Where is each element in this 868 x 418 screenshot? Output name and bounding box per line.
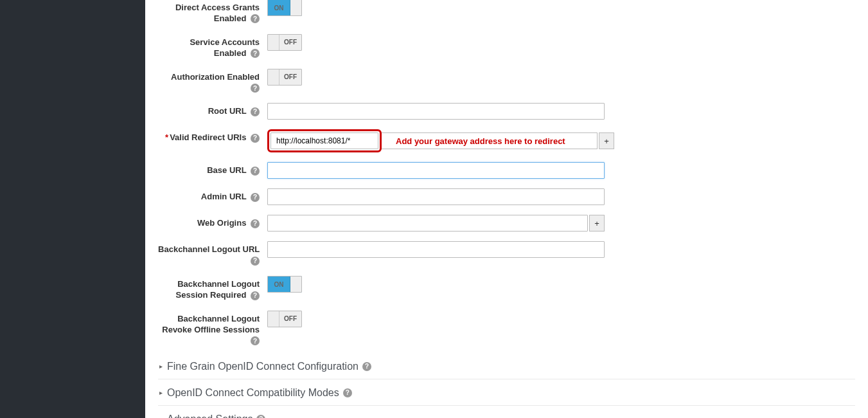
sidebar bbox=[0, 0, 145, 418]
help-icon[interactable]: ? bbox=[362, 362, 371, 371]
label-base-url: Base URL ? bbox=[158, 162, 267, 176]
toggle-on-label: ON bbox=[268, 0, 290, 15]
toggle-off-label: OFF bbox=[279, 69, 301, 85]
field-base-url: Base URL ? bbox=[158, 159, 855, 179]
chevron-right-icon: ▸ bbox=[159, 415, 163, 418]
help-icon[interactable]: ? bbox=[343, 388, 352, 397]
input-extension[interactable]: Add your gateway address here to redirec… bbox=[382, 132, 598, 149]
toggle-handle bbox=[268, 311, 279, 327]
label-text: Valid Redirect URIs bbox=[170, 132, 246, 142]
field-valid-redirect-uris: *Valid Redirect URIs ? Add your gateway … bbox=[158, 126, 855, 152]
help-icon[interactable]: ? bbox=[251, 257, 260, 266]
label-text: Admin URL bbox=[201, 192, 247, 201]
label-authorization: Authorization Enabled ? bbox=[158, 69, 267, 94]
input-backchannel-logout-url[interactable] bbox=[267, 241, 605, 258]
field-root-url: Root URL ? bbox=[158, 100, 855, 120]
input-web-origins[interactable] bbox=[267, 215, 588, 232]
toggle-on-label: ON bbox=[268, 277, 290, 292]
chevron-right-icon: ▸ bbox=[159, 363, 163, 370]
toggle-authorization[interactable]: OFF bbox=[267, 69, 302, 86]
main-content: Direct Access Grants Enabled ? ON Servic… bbox=[145, 0, 868, 418]
annotation-highlight-box bbox=[267, 129, 382, 152]
field-direct-access-grants: Direct Access Grants Enabled ? ON bbox=[158, 0, 855, 24]
toggle-off-label: OFF bbox=[279, 311, 301, 327]
section-fine-grain[interactable]: ▸ Fine Grain OpenID Connect Configuratio… bbox=[158, 353, 855, 379]
help-icon[interactable]: ? bbox=[251, 134, 260, 143]
section-title: Fine Grain OpenID Connect Configuration bbox=[167, 361, 359, 372]
section-compat-modes[interactable]: ▸ OpenID Connect Compatibility Modes ? bbox=[158, 379, 855, 406]
toggle-handle bbox=[290, 0, 301, 15]
label-backchannel-logout-url: Backchannel Logout URL ? bbox=[158, 241, 267, 266]
toggle-direct-access-grants[interactable]: ON bbox=[267, 0, 302, 16]
label-service-accounts: Service Accounts Enabled ? bbox=[158, 34, 267, 59]
help-icon[interactable]: ? bbox=[251, 219, 260, 228]
section-title: OpenID Connect Compatibility Modes bbox=[167, 387, 339, 399]
help-icon[interactable]: ? bbox=[251, 193, 260, 202]
section-title: Advanced Settings bbox=[167, 413, 252, 418]
field-backchannel-logout-url: Backchannel Logout URL ? bbox=[158, 238, 855, 266]
label-admin-url: Admin URL ? bbox=[158, 188, 267, 203]
label-text: Web Origins bbox=[197, 218, 246, 228]
input-admin-url[interactable] bbox=[267, 188, 605, 205]
label-backchannel-logout-session: Backchannel Logout Session Required ? bbox=[158, 276, 267, 301]
toggle-off-label: OFF bbox=[279, 35, 301, 50]
label-text: Direct Access Grants Enabled bbox=[175, 3, 260, 23]
label-web-origins: Web Origins ? bbox=[158, 215, 267, 229]
label-text: Service Accounts Enabled bbox=[190, 37, 260, 58]
add-web-origin-button[interactable]: + bbox=[589, 215, 605, 232]
label-text: Authorization Enabled bbox=[171, 72, 260, 82]
toggle-handle bbox=[268, 69, 279, 85]
help-icon[interactable]: ? bbox=[256, 415, 265, 418]
input-valid-redirect-uri[interactable] bbox=[270, 132, 378, 149]
field-backchannel-logout-revoke: Backchannel Logout Revoke Offline Sessio… bbox=[158, 307, 855, 347]
toggle-service-accounts[interactable]: OFF bbox=[267, 34, 302, 51]
annotation-text: Add your gateway address here to redirec… bbox=[396, 136, 565, 146]
help-icon[interactable]: ? bbox=[251, 49, 260, 58]
label-text: Backchannel Logout URL bbox=[158, 244, 260, 254]
label-backchannel-logout-revoke: Backchannel Logout Revoke Offline Sessio… bbox=[158, 311, 267, 347]
field-web-origins: Web Origins ? + bbox=[158, 212, 855, 232]
input-root-url[interactable] bbox=[267, 103, 605, 120]
help-icon[interactable]: ? bbox=[251, 107, 260, 116]
label-text: Backchannel Logout Session Required bbox=[176, 279, 260, 300]
add-redirect-uri-button[interactable]: + bbox=[599, 132, 614, 149]
help-icon[interactable]: ? bbox=[251, 84, 260, 93]
help-icon[interactable]: ? bbox=[251, 336, 260, 345]
help-icon[interactable]: ? bbox=[251, 291, 260, 300]
section-advanced-settings[interactable]: ▸ Advanced Settings ? bbox=[158, 406, 855, 418]
input-base-url[interactable] bbox=[267, 162, 605, 179]
field-backchannel-logout-session: Backchannel Logout Session Required ? ON bbox=[158, 273, 855, 301]
toggle-backchannel-revoke[interactable]: OFF bbox=[267, 311, 302, 327]
label-text: Backchannel Logout Revoke Offline Sessio… bbox=[162, 314, 260, 334]
field-service-accounts: Service Accounts Enabled ? OFF bbox=[158, 31, 855, 59]
required-marker: * bbox=[165, 132, 168, 142]
field-authorization: Authorization Enabled ? OFF bbox=[158, 66, 855, 94]
toggle-handle bbox=[268, 35, 279, 50]
label-text: Base URL bbox=[207, 165, 246, 175]
chevron-right-icon: ▸ bbox=[159, 389, 163, 396]
toggle-handle bbox=[290, 277, 301, 292]
label-root-url: Root URL ? bbox=[158, 103, 267, 117]
help-icon[interactable]: ? bbox=[251, 167, 260, 176]
label-direct-access-grants: Direct Access Grants Enabled ? bbox=[158, 0, 267, 24]
toggle-backchannel-session[interactable]: ON bbox=[267, 276, 302, 293]
label-text: Root URL bbox=[208, 106, 247, 116]
help-icon[interactable]: ? bbox=[251, 14, 260, 23]
field-admin-url: Admin URL ? bbox=[158, 185, 855, 205]
label-valid-redirect-uris: *Valid Redirect URIs ? bbox=[158, 129, 267, 143]
